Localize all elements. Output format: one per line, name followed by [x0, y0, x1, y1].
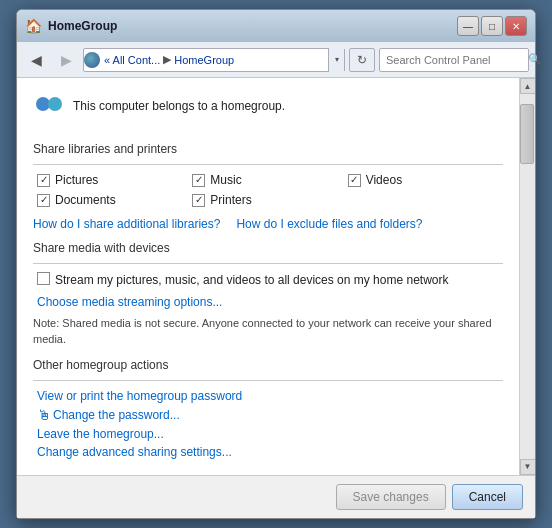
minimize-button[interactable]: —	[457, 16, 479, 36]
streaming-link-row: Choose media streaming options...	[33, 295, 503, 309]
scroll-track	[520, 94, 535, 459]
actions-divider	[33, 380, 503, 381]
scroll-down-button[interactable]: ▼	[520, 459, 536, 475]
title-bar: 🏠 HomeGroup — □ ✕	[17, 10, 535, 42]
svg-point-1	[48, 97, 62, 111]
homegroup-icon	[33, 90, 65, 122]
link-share-libraries[interactable]: How do I share additional libraries?	[33, 217, 220, 231]
link-advanced-sharing[interactable]: Change advanced sharing settings...	[37, 445, 503, 459]
scrollbar: ▲ ▼	[519, 78, 535, 475]
main-window: 🏠 HomeGroup — □ ✕ ◀ ▶ « All Cont... ▶ Ho…	[16, 9, 536, 519]
title-bar-left: 🏠 HomeGroup	[25, 18, 117, 34]
forward-button[interactable]: ▶	[53, 48, 79, 72]
bottom-bar: Save changes Cancel	[17, 475, 535, 518]
share-links: How do I share additional libraries? How…	[33, 217, 503, 231]
address-icon	[84, 52, 100, 68]
refresh-button[interactable]: ↻	[349, 48, 375, 72]
search-icon: 🔍	[528, 53, 542, 66]
checkbox-item-printers: Printers	[192, 193, 347, 207]
scroll-thumb[interactable]	[520, 104, 534, 164]
scroll-up-button[interactable]: ▲	[520, 78, 536, 94]
stream-label: Stream my pictures, music, and videos to…	[55, 272, 449, 289]
search-box: 🔍	[379, 48, 529, 72]
checkbox-item-pictures: Pictures	[37, 173, 192, 187]
cancel-button[interactable]: Cancel	[452, 484, 523, 510]
content-area: This computer belongs to a homegroup. Sh…	[17, 78, 535, 475]
checkbox-item-music: Music	[192, 173, 347, 187]
share-checkboxes: Pictures Music Videos Documents	[33, 173, 503, 207]
checkbox-pictures[interactable]	[37, 174, 50, 187]
svg-point-0	[36, 97, 50, 111]
share-section-title: Share libraries and printers	[33, 142, 503, 156]
maximize-button[interactable]: □	[481, 16, 503, 36]
main-panel: This computer belongs to a homegroup. Sh…	[17, 78, 519, 475]
homegroup-message: This computer belongs to a homegroup.	[73, 99, 285, 113]
checkbox-item-videos: Videos	[348, 173, 503, 187]
link-view-password[interactable]: View or print the homegroup password	[37, 389, 503, 403]
breadcrumb-prefix: « All Cont...	[104, 54, 160, 66]
label-music: Music	[210, 173, 241, 187]
link-exclude-files[interactable]: How do I exclude files and folders?	[236, 217, 422, 231]
window-title: HomeGroup	[48, 19, 117, 33]
checkbox-printers[interactable]	[192, 194, 205, 207]
back-button[interactable]: ◀	[23, 48, 49, 72]
label-printers: Printers	[210, 193, 251, 207]
close-button[interactable]: ✕	[505, 16, 527, 36]
checkbox-stream[interactable]	[37, 272, 50, 285]
media-divider	[33, 263, 503, 264]
label-documents: Documents	[55, 193, 116, 207]
homegroup-header: This computer belongs to a homegroup.	[33, 90, 503, 130]
media-section: Share media with devices Stream my pictu…	[33, 241, 503, 348]
media-section-title: Share media with devices	[33, 241, 503, 255]
link-streaming-options[interactable]: Choose media streaming options...	[37, 295, 222, 309]
address-dropdown-button[interactable]: ▾	[328, 48, 344, 72]
checkbox-music[interactable]	[192, 174, 205, 187]
share-divider	[33, 164, 503, 165]
breadcrumb-arrow: ▶	[163, 53, 171, 66]
save-button[interactable]: Save changes	[336, 484, 446, 510]
checkbox-videos[interactable]	[348, 174, 361, 187]
label-pictures: Pictures	[55, 173, 98, 187]
search-input[interactable]	[386, 54, 524, 66]
link-change-password[interactable]: 🖱Change the password...	[37, 407, 503, 423]
stream-row: Stream my pictures, music, and videos to…	[33, 272, 503, 289]
address-bar: ◀ ▶ « All Cont... ▶ HomeGroup ▾ ↻ 🔍	[17, 42, 535, 78]
label-videos: Videos	[366, 173, 402, 187]
actions-list: View or print the homegroup password 🖱Ch…	[33, 389, 503, 459]
address-field[interactable]: « All Cont... ▶ HomeGroup ▾	[83, 48, 345, 72]
media-note: Note: Shared media is not secure. Anyone…	[33, 315, 503, 348]
actions-section: Other homegroup actions View or print th…	[33, 358, 503, 459]
title-bar-controls: — □ ✕	[457, 16, 527, 36]
breadcrumb-current: HomeGroup	[174, 54, 234, 66]
actions-section-title: Other homegroup actions	[33, 358, 503, 372]
share-section: Share libraries and printers Pictures Mu…	[33, 142, 503, 231]
window-icon: 🏠	[25, 18, 42, 34]
checkbox-item-documents: Documents	[37, 193, 192, 207]
link-leave-homegroup[interactable]: Leave the homegroup...	[37, 427, 503, 441]
checkbox-documents[interactable]	[37, 194, 50, 207]
